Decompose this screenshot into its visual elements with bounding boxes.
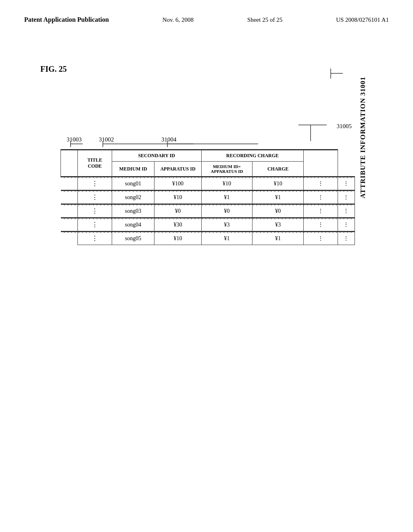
col-header-charge: CHARGE (252, 162, 304, 177)
cell-dots1-song02: ⋮ (78, 191, 112, 204)
cell-medium-id-song03: ¥0 (154, 204, 201, 218)
publication-date: Nov. 6, 2008 (163, 17, 194, 23)
cell-title-song01: song01 (112, 177, 154, 191)
cell-more-song01: ⋮ (338, 177, 355, 191)
col-header-recording-charge: RECORDING CHARGE (201, 150, 304, 162)
diagram-container: ATTRIBUTE INFORMATION 31001 31005 31003 … (60, 44, 375, 488)
cell-more-song05: ⋮ (338, 232, 355, 245)
cell-dots1-song03: ⋮ (78, 204, 112, 218)
table-row: ⋮ song03 ¥0 ¥0 ¥0 ⋮ ⋮ (61, 204, 355, 218)
cell-apparatus-id-song03: ¥0 (201, 204, 252, 218)
group-header-row: TITLECODE SECONDARY ID RECORDING CHARGE (61, 150, 355, 162)
cell-apparatus-id-song05: ¥1 (201, 232, 252, 245)
cell-apparatus-id-song01: ¥10 (201, 177, 252, 191)
cell-title-song05: song05 (112, 232, 154, 245)
table-row: ⋮ song01 ¥100 ¥10 ¥10 ⋮ ⋮ (61, 177, 355, 191)
col-header-dots2 (304, 150, 338, 177)
cell-title-song04: song04 (112, 218, 154, 232)
page-header: Patent Application Publication Nov. 6, 2… (24, 16, 389, 23)
col-header-secondary-id: SECONDARY ID (112, 150, 201, 162)
table-row: ⋮ song05 ¥10 ¥1 ¥1 ⋮ ⋮ (61, 232, 355, 245)
attribute-table: TITLECODE SECONDARY ID RECORDING CHARGE … (60, 149, 355, 245)
cell-charge-song04: ⋮ (304, 218, 338, 232)
cell-charge-song01: ⋮ (304, 177, 338, 191)
ref-31003: 31003 (67, 136, 82, 143)
cell-charge-song03: ⋮ (304, 204, 338, 218)
ref-31002: 31002 (99, 136, 114, 143)
cell-dots1-song01: ⋮ (78, 177, 112, 191)
table-row: ⋮ song04 ¥30 ¥3 ¥3 ⋮ ⋮ (61, 218, 355, 232)
table-row: ⋮ song02 ¥10 ¥1 ¥1 ⋮ ⋮ (61, 191, 355, 204)
col-header-title: TITLECODE (78, 150, 112, 177)
data-table-wrapper: TITLECODE SECONDARY ID RECORDING CHARGE … (60, 149, 355, 245)
attr-info-label: ATTRIBUTE INFORMATION 31001 (359, 77, 367, 198)
cell-title-song02: song02 (112, 191, 154, 204)
cell-dots1-song04: ⋮ (78, 218, 112, 232)
cell-medium-apparatus-song04: ¥3 (252, 218, 304, 232)
sheet-info: Sheet 25 of 25 (247, 17, 282, 23)
ref-31004: 31004 (161, 136, 177, 143)
cell-medium-id-song02: ¥10 (154, 191, 201, 204)
cell-dots1-song05: ⋮ (78, 232, 112, 245)
patent-number: US 2008/0276101 A1 (336, 17, 389, 23)
cell-more-song03: ⋮ (338, 204, 355, 218)
cell-apparatus-id-song02: ¥1 (201, 191, 252, 204)
cell-more-song04: ⋮ (338, 218, 355, 232)
cell-medium-id-song05: ¥10 (154, 232, 201, 245)
col-header-dots1 (61, 150, 78, 177)
cell-apparatus-id-song04: ¥3 (201, 218, 252, 232)
reference-lines-svg (60, 44, 355, 149)
publication-title: Patent Application Publication (24, 16, 109, 23)
cell-medium-apparatus-song03: ¥0 (252, 204, 304, 218)
cell-title-song03: song03 (112, 204, 154, 218)
cell-medium-apparatus-song02: ¥1 (252, 191, 304, 204)
cell-medium-apparatus-song05: ¥1 (252, 232, 304, 245)
cell-medium-apparatus-song01: ¥10 (252, 177, 304, 191)
cell-medium-id-song04: ¥30 (154, 218, 201, 232)
col-header-medium-id: MEDIUM ID (112, 162, 154, 177)
ref-31005: 31005 (337, 123, 352, 130)
cell-more-song02: ⋮ (338, 191, 355, 204)
cell-medium-id-song01: ¥100 (154, 177, 201, 191)
cell-charge-song02: ⋮ (304, 191, 338, 204)
col-header-apparatus-id: APPARATUS ID (154, 162, 201, 177)
cell-charge-song05: ⋮ (304, 232, 338, 245)
col-header-medium-apparatus: MEDIUM ID+APPARATUS ID (201, 162, 252, 177)
